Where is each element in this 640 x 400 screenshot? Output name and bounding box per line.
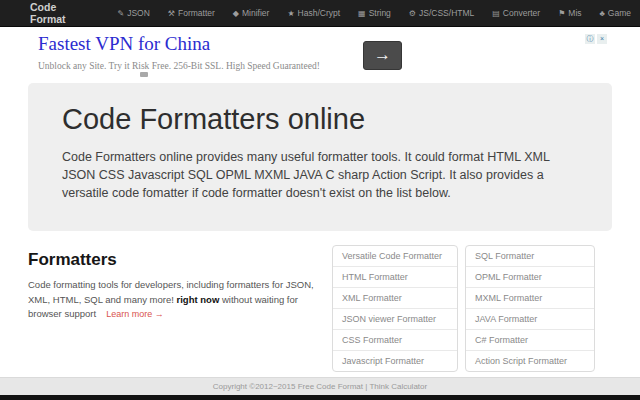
nav-item-label: String bbox=[369, 8, 391, 18]
nav-item-hash-crypt[interactable]: ★ Hash/Crypt bbox=[278, 0, 349, 26]
wrench-icon: ⚒ bbox=[168, 9, 175, 18]
list-item-versatile-code-formatter[interactable]: Versatile Code Formatter bbox=[333, 246, 457, 267]
nav-item-converter[interactable]: ▤ Converter bbox=[483, 0, 549, 26]
list-item-json-viewer-formatter[interactable]: JSON viewer Formatter bbox=[333, 309, 457, 330]
page-title: Code Formatters online bbox=[62, 103, 578, 136]
copyright-text: Copyright ©2012~2015 Free Code Format | … bbox=[213, 382, 427, 391]
formatters-intro: Formatters Code formatting tools for dev… bbox=[28, 245, 330, 372]
formatters-description: Code formatting tools for developers, in… bbox=[28, 278, 330, 322]
ad-title-link[interactable]: Fastest VPN for China bbox=[38, 33, 210, 55]
ad-controls: ⓘ × bbox=[585, 34, 607, 44]
formatters-heading: Formatters bbox=[28, 250, 330, 270]
bottom-strip bbox=[0, 395, 640, 400]
list-item-java-formatter[interactable]: JAVA Formatter bbox=[466, 309, 594, 330]
nav-item-label: Converter bbox=[503, 8, 540, 18]
nav-item-mis[interactable]: ⚑ Mis bbox=[549, 0, 590, 26]
formatters-desc-bold: right now bbox=[177, 294, 220, 305]
gear-icon: ⚙ bbox=[409, 9, 416, 18]
list-item-html-formatter[interactable]: HTML Formatter bbox=[333, 267, 457, 288]
nav-item-js-css-html[interactable]: ⚙ JS/CSS/HTML bbox=[400, 0, 483, 26]
formatter-list-left: Versatile Code Formatter HTML Formatter … bbox=[332, 245, 458, 372]
ad-subtitle: Unblock any Site. Try it Risk Free. 256-… bbox=[38, 61, 320, 71]
table-icon: ▦ bbox=[358, 9, 366, 18]
formatter-list-right: SQL Formatter OPML Formatter MXML Format… bbox=[465, 245, 595, 372]
footer: Copyright ©2012~2015 Free Code Format | … bbox=[0, 377, 640, 395]
tree-icon: ♣ bbox=[600, 9, 605, 18]
nav-item-game[interactable]: ♣ Game bbox=[591, 0, 640, 26]
learn-more-link[interactable]: Learn more → bbox=[106, 309, 164, 319]
jumbotron: Code Formatters online Code Formatters o… bbox=[28, 83, 612, 231]
ad-close-icon[interactable]: × bbox=[597, 34, 607, 44]
list-item-css-formatter[interactable]: CSS Formatter bbox=[333, 330, 457, 351]
nav-item-label: Minifier bbox=[242, 8, 269, 18]
brand-logo[interactable]: Code Format bbox=[30, 1, 90, 25]
right-arrow-icon: → bbox=[374, 45, 391, 64]
carousel-indicator-dot[interactable] bbox=[140, 72, 148, 77]
nav-item-string[interactable]: ▦ String bbox=[349, 0, 400, 26]
flag-icon: ⚑ bbox=[558, 9, 565, 18]
list-item-action-script-formatter[interactable]: Action Script Formatter bbox=[466, 351, 594, 371]
list-item-mxml-formatter[interactable]: MXML Formatter bbox=[466, 288, 594, 309]
ad-banner: Fastest VPN for China Unblock any Site. … bbox=[0, 27, 640, 83]
nav-item-label: JSON bbox=[127, 8, 150, 18]
top-navbar: Code Format ✎ JSON ⚒ Formatter ◆ Minifie… bbox=[0, 0, 640, 27]
list-item-csharp-formatter[interactable]: C# Formatter bbox=[466, 330, 594, 351]
list-item-javascript-formatter[interactable]: Javascript Formatter bbox=[333, 351, 457, 371]
pencil-icon: ✎ bbox=[117, 9, 124, 18]
list-item-sql-formatter[interactable]: SQL Formatter bbox=[466, 246, 594, 267]
nav-item-label: Hash/Crypt bbox=[298, 8, 341, 18]
list-item-xml-formatter[interactable]: XML Formatter bbox=[333, 288, 457, 309]
jumbotron-description: Code Formatters online provides many use… bbox=[62, 148, 578, 202]
ad-arrow-button[interactable]: → bbox=[363, 41, 402, 70]
nav-item-label: JS/CSS/HTML bbox=[419, 8, 474, 18]
nav-item-label: Mis bbox=[568, 8, 581, 18]
ad-info-icon[interactable]: ⓘ bbox=[585, 34, 595, 44]
star-icon: ★ bbox=[287, 9, 294, 18]
tags-icon: ◆ bbox=[233, 9, 239, 18]
nav-item-label: Game bbox=[608, 8, 631, 18]
formatters-section: Formatters Code formatting tools for dev… bbox=[28, 245, 612, 372]
nav-item-formatter[interactable]: ⚒ Formatter bbox=[159, 0, 224, 26]
nav-item-label: Formatter bbox=[178, 8, 215, 18]
nav-item-minifier[interactable]: ◆ Minifier bbox=[224, 0, 279, 26]
list-icon: ▤ bbox=[492, 9, 500, 18]
list-item-opml-formatter[interactable]: OPML Formatter bbox=[466, 267, 594, 288]
nav-item-json[interactable]: ✎ JSON bbox=[108, 0, 158, 26]
